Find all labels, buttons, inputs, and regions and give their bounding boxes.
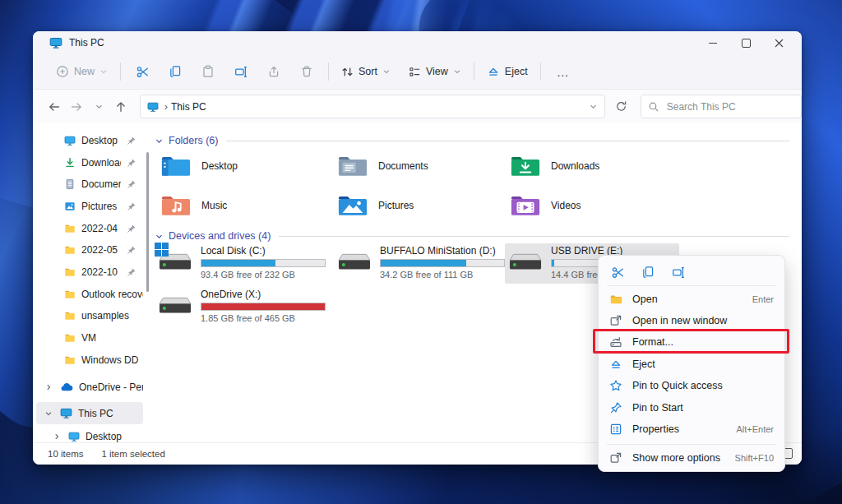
sidebar-item-unsamples[interactable]: unsamples bbox=[36, 304, 143, 326]
this-pc-monitor-icon bbox=[60, 407, 72, 419]
chevron-down-icon[interactable] bbox=[155, 136, 164, 146]
menu-item-eject[interactable]: Eject bbox=[603, 354, 780, 375]
folder-icon bbox=[64, 310, 76, 321]
folder-tile-music[interactable]: Music bbox=[160, 192, 329, 218]
plus-circle-icon bbox=[56, 65, 69, 78]
folders-section-header[interactable]: Folders (6) bbox=[155, 133, 789, 148]
eject-icon bbox=[487, 65, 500, 78]
menu-item-pin-to-quick-access[interactable]: Pin to Quick access bbox=[603, 375, 780, 396]
breadcrumb[interactable]: This PC bbox=[171, 101, 206, 113]
menu-item-properties[interactable]: Properties Alt+Enter bbox=[603, 418, 780, 440]
delete-button[interactable] bbox=[293, 59, 321, 84]
usb-drive-icon bbox=[507, 249, 544, 280]
drive-tile-local-disk-c[interactable]: Local Disk (C:) 93.4 GB free of 232 GB bbox=[156, 245, 326, 280]
cut-button[interactable] bbox=[605, 261, 630, 283]
folder-tile-downloads[interactable]: Downloads bbox=[510, 153, 678, 178]
pin-icon bbox=[127, 136, 136, 146]
folder-tile-pictures[interactable]: Pictures bbox=[337, 192, 506, 218]
forward-button[interactable] bbox=[67, 96, 87, 118]
title-bar[interactable]: This PC bbox=[33, 31, 802, 54]
up-button[interactable] bbox=[111, 96, 132, 118]
toolbar-divider bbox=[474, 62, 474, 81]
desktop-icon bbox=[64, 135, 76, 146]
minimize-button[interactable] bbox=[696, 31, 729, 54]
drive-tile-buffalo-d[interactable]: BUFFALO MiniStation (D:) 34.2 GB free of… bbox=[335, 245, 505, 280]
back-button[interactable] bbox=[44, 96, 65, 118]
capacity-bar-fill bbox=[201, 303, 325, 310]
menu-item-shortcut: Enter bbox=[752, 294, 774, 304]
documents-folder-icon bbox=[337, 153, 368, 178]
folder-tile-documents[interactable]: Documents bbox=[337, 153, 506, 178]
chevron-right-icon[interactable] bbox=[44, 383, 54, 391]
sidebar-item-label: 2022-04 bbox=[81, 223, 121, 234]
folder-icon bbox=[64, 244, 76, 256]
chevron-down-icon[interactable] bbox=[155, 232, 164, 241]
pin-icon bbox=[127, 224, 136, 234]
folder-icon bbox=[64, 289, 76, 300]
share-button[interactable] bbox=[260, 59, 288, 84]
rename-button[interactable] bbox=[227, 59, 255, 84]
sidebar-item-onedrive[interactable]: OneDrive - Perso bbox=[36, 376, 143, 398]
search-input[interactable] bbox=[665, 100, 775, 113]
see-more-button[interactable]: … bbox=[548, 65, 578, 79]
sidebar-item-label: Downloads bbox=[81, 157, 121, 169]
refresh-button[interactable] bbox=[610, 96, 632, 118]
sidebar-item-2022-04[interactable]: 2022-04 bbox=[36, 217, 143, 239]
folder-name: Downloads bbox=[551, 160, 599, 178]
folder-name: Documents bbox=[378, 160, 428, 178]
search-box[interactable] bbox=[641, 95, 802, 118]
chevron-right-icon[interactable] bbox=[53, 432, 62, 441]
sidebar-item-outlook-recove[interactable]: Outlook recove bbox=[36, 283, 143, 305]
menu-item-label: Eject bbox=[632, 358, 774, 370]
eject-button[interactable]: Eject bbox=[482, 59, 533, 84]
sidebar-item-2022-10[interactable]: 2022-10 bbox=[36, 261, 143, 283]
properties-icon bbox=[609, 423, 623, 436]
hard-drive-icon bbox=[156, 249, 194, 280]
sidebar-scrollbar[interactable] bbox=[146, 152, 149, 292]
folder-tile-desktop[interactable]: Desktop bbox=[160, 153, 329, 178]
sidebar-item-label: Desktop bbox=[81, 135, 121, 146]
copy-button[interactable] bbox=[636, 261, 660, 283]
windows-logo-icon bbox=[155, 243, 169, 257]
new-button[interactable]: New bbox=[51, 59, 113, 84]
rename-button[interactable] bbox=[666, 261, 691, 283]
sidebar-item-downloads[interactable]: Downloads bbox=[36, 151, 143, 173]
sidebar-item-vm[interactable]: VM bbox=[36, 326, 143, 349]
close-button[interactable] bbox=[762, 31, 795, 54]
music-folder-icon bbox=[160, 192, 192, 218]
sort-button[interactable]: Sort bbox=[336, 59, 396, 84]
sort-label: Sort bbox=[359, 66, 377, 77]
pin-icon bbox=[127, 267, 136, 277]
paste-button[interactable] bbox=[194, 59, 222, 84]
view-button[interactable]: View bbox=[404, 59, 466, 84]
menu-item-label: Open bbox=[632, 294, 752, 305]
sidebar-item-2022-05[interactable]: 2022-05 bbox=[36, 238, 143, 261]
address-dropdown-chevron-icon[interactable] bbox=[589, 102, 598, 111]
recent-locations-button[interactable] bbox=[89, 96, 109, 118]
sidebar-item-documents[interactable]: Documents bbox=[36, 173, 143, 195]
menu-item-show-more-options[interactable]: Show more options Shift+F10 bbox=[603, 447, 780, 469]
copy-button[interactable] bbox=[161, 59, 189, 84]
cut-button[interactable] bbox=[128, 59, 156, 84]
pictures-icon bbox=[64, 201, 76, 212]
drive-free-space: 93.4 GB free of 232 GB bbox=[201, 270, 326, 280]
sidebar-item-pictures[interactable]: Pictures bbox=[36, 195, 143, 217]
folder-tile-videos[interactable]: Videos bbox=[510, 192, 678, 218]
sidebar-item-desktop[interactable]: Desktop bbox=[36, 129, 143, 151]
sidebar-item-label: Pictures bbox=[81, 201, 121, 212]
menu-item-open[interactable]: Open Enter bbox=[603, 289, 780, 310]
sidebar-item-this-pc[interactable]: This PC bbox=[36, 402, 143, 424]
chevron-down-icon bbox=[382, 67, 391, 76]
drive-free-space: 34.2 GB free of 111 GB bbox=[380, 270, 505, 280]
pin-icon bbox=[127, 245, 136, 255]
menu-item-pin-to-start[interactable]: Pin to Start bbox=[603, 397, 780, 418]
maximize-button[interactable] bbox=[729, 31, 762, 54]
address-bar[interactable]: › This PC bbox=[140, 95, 605, 118]
view-list-icon bbox=[409, 66, 421, 78]
items-count: 10 items bbox=[48, 449, 83, 459]
sidebar-item-windows-dd[interactable]: Windows DD bbox=[36, 349, 143, 371]
drive-tile-onedrive-x[interactable]: OneDrive (X:) 1.85 GB free of 465 GB bbox=[156, 289, 326, 323]
eject-label: Eject bbox=[505, 66, 528, 77]
devices-section-header[interactable]: Devices and drives (4) bbox=[155, 229, 789, 243]
chevron-down-icon[interactable] bbox=[44, 409, 54, 418]
